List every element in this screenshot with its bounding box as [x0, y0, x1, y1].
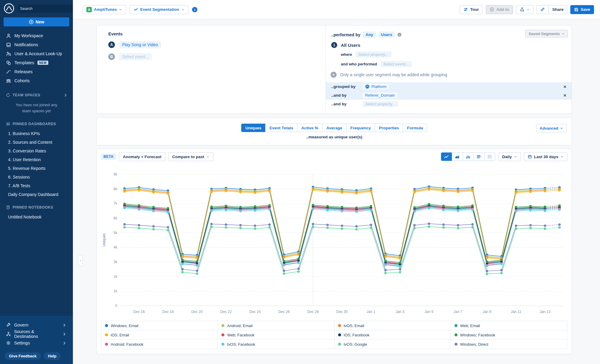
chart-area-button[interactable]: [452, 152, 463, 161]
project-selector[interactable]: A AmpliTunes: [82, 5, 126, 14]
tab-event-totals[interactable]: Event Totals: [265, 124, 297, 132]
team-spaces-icon: [6, 93, 10, 97]
sidebar-item-govern[interactable]: Govern: [4, 320, 69, 329]
svg-text:Jan 11: Jan 11: [511, 310, 521, 314]
chevron-down-icon: [206, 155, 209, 158]
pinned-notebook-item[interactable]: Untitled Notebook: [4, 212, 69, 221]
pinned-dashboard-item[interactable]: 2. Sources and Content: [4, 138, 69, 146]
group-by-property-input[interactable]: Select property...: [362, 101, 398, 107]
svg-text:Jan 13: Jan 13: [540, 310, 550, 314]
legend-item[interactable]: iOS; Email: [101, 330, 218, 340]
pinned-dashboard-item[interactable]: 6. Sessions: [4, 173, 69, 181]
chart-scatter-button[interactable]: [484, 152, 495, 161]
pinned-dashboard-item[interactable]: 3. Conversion Rates: [4, 146, 69, 155]
legend-item[interactable]: iOS; Facebook: [334, 330, 451, 340]
new-badge: NEW: [38, 61, 48, 65]
tab-frequency[interactable]: Frequency: [346, 124, 375, 132]
copy-link-button[interactable]: [536, 5, 549, 14]
tour-button[interactable]: Tour: [460, 5, 483, 14]
date-range-button[interactable]: Last 30 days: [524, 152, 567, 161]
inbox-icon: [6, 42, 11, 47]
performed-by-any-chip[interactable]: Any: [363, 32, 376, 38]
pinned-dashboard-item[interactable]: 4. User Retention: [4, 155, 69, 164]
performed-by-users-chip[interactable]: Users: [378, 32, 395, 38]
event-select-input[interactable]: Select event...: [119, 53, 152, 60]
performed-event-input[interactable]: Select event...: [380, 61, 412, 67]
search-input[interactable]: [17, 5, 73, 13]
legend-item[interactable]: Android; Email: [218, 321, 334, 330]
legend-item[interactable]: Android; Facebook: [101, 340, 218, 349]
pinned-dashboard-item[interactable]: 5. Revenue Reports: [4, 164, 69, 173]
where-property-input[interactable]: Select property...: [355, 51, 392, 58]
sidebar-item-releases[interactable]: Releases: [4, 67, 69, 76]
chart-card: BETA Anomaly + Forecast Compare to past …: [97, 149, 572, 354]
tab-formula[interactable]: Formula: [403, 124, 427, 132]
legend-item[interactable]: Windows; Facebook: [451, 330, 567, 340]
give-feedback-button[interactable]: Give Feedback: [5, 352, 41, 360]
segment-name[interactable]: All Users: [341, 43, 360, 48]
advanced-button[interactable]: Advanced: [536, 124, 567, 132]
info-icon[interactable]: i: [192, 7, 197, 12]
pinned-notebooks-header: PINNED NOTEBOOKS: [4, 205, 69, 209]
panel-collapse-handle[interactable]: ‹: [78, 255, 83, 266]
legend-item[interactable]: Web; Email: [451, 321, 567, 330]
tab-properties[interactable]: Properties: [375, 124, 403, 132]
sidebar-item-my-workspace[interactable]: My Workspace: [4, 31, 69, 40]
group-by-property-chip[interactable]: Platform: [362, 84, 389, 89]
info-icon[interactable]: i: [397, 32, 402, 37]
pinned-dashboards-header: PINNED DASHBOARDS: [4, 122, 69, 126]
line-chart[interactable]: 01k2k3k4k5k6k7k8k9kDec 16Dec 18Dec 20Dec…: [101, 162, 567, 318]
legend-color-dot: [454, 333, 458, 336]
chart-line-icon: [444, 154, 449, 159]
sidebar-item-notifications[interactable]: Notifications: [4, 40, 69, 49]
legend-item[interactable]: Windows; Email: [101, 321, 218, 330]
sidebar-item-sources-destinations[interactable]: Sources & Destinations: [4, 329, 69, 338]
pinned-dashboard-item[interactable]: Daily Company Dashboard: [4, 190, 69, 199]
new-button[interactable]: New: [4, 17, 69, 26]
legend-item[interactable]: Windows; Direct: [451, 340, 567, 349]
tab-active-%[interactable]: Active %: [297, 124, 322, 132]
remove-group-by-button[interactable]: [563, 94, 567, 97]
anomaly-forecast-button[interactable]: Anomaly + Forecast: [119, 152, 165, 161]
export-button[interactable]: [516, 5, 533, 14]
chart-bar-button[interactable]: [463, 152, 474, 161]
add-to-button[interactable]: Add to: [486, 5, 513, 14]
sidebar-item-settings[interactable]: Settings: [4, 338, 69, 347]
user-lookup-icon: [6, 51, 11, 56]
saved-segments-button[interactable]: Saved Segments: [525, 30, 568, 38]
svg-text:i: i: [399, 33, 400, 36]
svg-text:Dec 30: Dec 30: [336, 310, 348, 314]
share-button[interactable]: Share: [548, 5, 568, 14]
legend-color-dot: [221, 333, 224, 336]
pinned-dashboard-item[interactable]: 1. Business KPIs: [4, 129, 69, 138]
measure-card: UniquesEvent TotalsActive %AverageFreque…: [97, 118, 572, 145]
add-segment-button[interactable]: [331, 72, 337, 78]
pinned-dashboard-item[interactable]: 7. A/B Tests: [4, 181, 69, 190]
save-icon: [574, 8, 578, 12]
compare-to-past-button[interactable]: Compare to past: [168, 152, 213, 161]
search-field[interactable]: [20, 6, 73, 11]
sidebar-item-user-account-look-up[interactable]: User & Account Look-Up: [4, 49, 69, 58]
event-chip[interactable]: Play Song or Video: [119, 41, 161, 48]
sidebar-item-label: Settings: [14, 341, 30, 345]
sidebar-item-cohorts[interactable]: Cohorts: [4, 76, 69, 85]
chevron-right-icon[interactable]: [64, 93, 68, 97]
chart-hbar-button[interactable]: [473, 152, 484, 161]
sidebar-item-label: Cohorts: [14, 78, 30, 83]
amplitude-logo-icon[interactable]: [4, 3, 14, 14]
save-button[interactable]: Save: [570, 5, 594, 14]
chart-line-button[interactable]: [441, 152, 452, 161]
tab-uniques[interactable]: Uniques: [241, 124, 266, 132]
remove-group-by-button[interactable]: [563, 85, 567, 89]
legend-item[interactable]: Web; Facebook: [218, 330, 334, 340]
legend-item[interactable]: tvOS; Google: [334, 340, 451, 349]
legend-item[interactable]: tvOS; Email: [334, 321, 451, 330]
sidebar-item-templates[interactable]: TemplatesNEW: [4, 58, 69, 67]
team-spaces-header[interactable]: TEAM SPACES: [4, 93, 69, 97]
analysis-type-selector[interactable]: Event Segmentation: [130, 5, 188, 14]
granularity-button[interactable]: Daily: [498, 152, 521, 161]
group-by-property-chip[interactable]: Referer_Domain: [362, 92, 398, 98]
help-button[interactable]: Help: [44, 352, 61, 360]
tab-average[interactable]: Average: [322, 124, 346, 132]
legend-item[interactable]: tvOS; Facebook: [218, 340, 334, 349]
